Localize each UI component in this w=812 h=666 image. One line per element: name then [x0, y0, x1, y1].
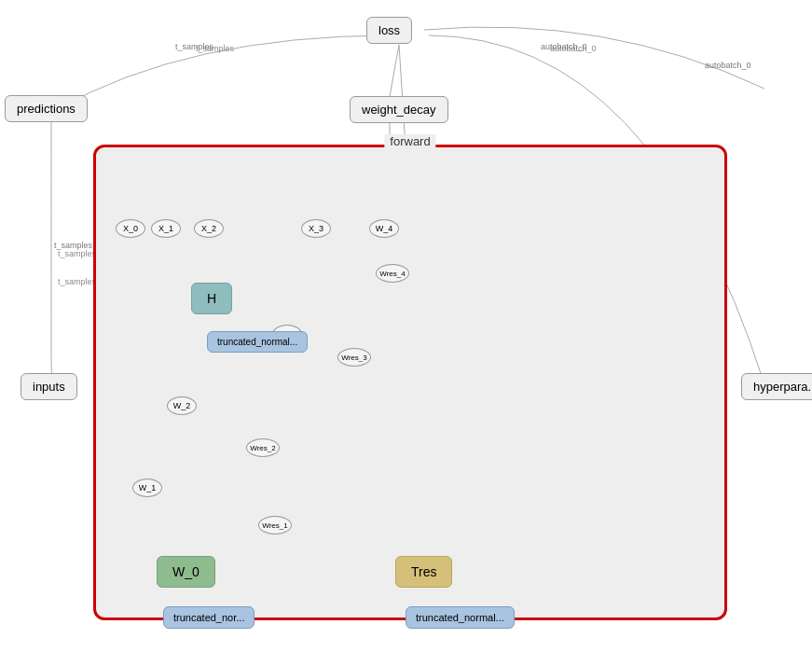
Wres4-node[interactable]: Wres_4 [376, 264, 409, 283]
loss-node[interactable]: loss [366, 17, 412, 44]
Wres2-node[interactable]: Wres_2 [246, 438, 280, 457]
Wres1-node[interactable]: Wres_1 [258, 516, 292, 534]
Tres-node[interactable]: Tres [395, 556, 452, 588]
edge-label-autobatch2: autobatch_0 [705, 61, 751, 70]
edge-label-tsamples2: t_samples [54, 241, 92, 250]
X2-node[interactable]: X_2 [194, 219, 224, 238]
W0-node[interactable]: W_0 [157, 556, 215, 588]
svg-line-0 [390, 45, 399, 96]
forward-label: forward [384, 134, 435, 148]
X3-node[interactable]: X_3 [301, 219, 331, 238]
truncated-normal-Tres-node[interactable]: truncated_normal... [406, 606, 515, 629]
X1-node[interactable]: X_1 [151, 219, 181, 238]
H-node[interactable]: H [191, 283, 232, 314]
forward-group: forward [93, 145, 727, 620]
edge-label-tsamples1: t_samples [175, 42, 213, 51]
predictions-node[interactable]: predictions [5, 95, 88, 122]
svg-text:t_samples: t_samples [58, 249, 97, 258]
edge-label-autobatch: autobatch_0 [541, 42, 587, 51]
W4-node[interactable]: W_4 [369, 219, 399, 238]
truncated-normal-H-node[interactable]: truncated_normal... [207, 331, 308, 353]
W1-node[interactable]: W_1 [132, 479, 162, 497]
weight-decay-node[interactable]: weight_decay [350, 96, 448, 123]
main-canvas: loss loss loss loss 2 2 loss loss [0, 0, 812, 666]
Wres3-node[interactable]: Wres_3 [337, 348, 371, 367]
W2-node[interactable]: W_2 [167, 396, 197, 415]
truncated-normal-W0-node[interactable]: truncated_nor... [163, 606, 255, 629]
hyperpara-node[interactable]: hyperpara... [741, 373, 812, 400]
X0-node[interactable]: X_0 [116, 219, 145, 238]
inputs-node[interactable]: inputs [21, 373, 77, 400]
svg-text:t_samples: t_samples [58, 277, 97, 286]
